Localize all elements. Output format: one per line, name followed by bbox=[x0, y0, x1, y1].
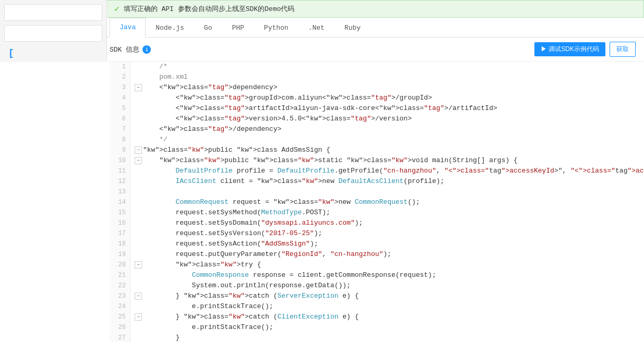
code-text: /* bbox=[143, 62, 168, 72]
line-number-27: 27 bbox=[110, 333, 130, 342]
code-line: CommonResponse response = client.getComm… bbox=[135, 270, 644, 280]
line-number-3: 3 bbox=[110, 82, 130, 93]
code-text: request.setSysVersion("2017-05-25"); bbox=[143, 228, 322, 239]
check-icon: ✓ bbox=[114, 4, 120, 14]
sdk-info-left: SDK 信息 i bbox=[110, 45, 151, 54]
code-line: request.putQueryParameter("RegionId", "c… bbox=[135, 249, 644, 260]
code-text: CommonResponse response = client.getComm… bbox=[143, 270, 436, 280]
code-area: 1234567891011121314151617181920212223242… bbox=[0, 61, 644, 342]
code-text: DefaultProfile profile = DefaultProfile.… bbox=[143, 166, 644, 176]
code-line: request.setSysMethod(MethodType.POST); bbox=[135, 207, 644, 218]
line-number-24: 24 bbox=[110, 301, 130, 312]
code-text: <"kw">class="tag">version>4.5.0<"kw">cla… bbox=[143, 114, 412, 124]
tab-go[interactable]: Go bbox=[194, 18, 222, 37]
fold-button[interactable]: − bbox=[135, 313, 142, 321]
fold-button[interactable]: − bbox=[135, 146, 142, 154]
code-line: request.setSysDomain("dysmsapi.aliyuncs.… bbox=[135, 218, 644, 228]
line-number-10: 10 bbox=[110, 155, 130, 166]
code-line: request.setSysVersion("2017-05-25"); bbox=[135, 228, 644, 239]
tab-ruby[interactable]: Ruby bbox=[335, 18, 371, 37]
line-number-22: 22 bbox=[110, 280, 130, 291]
line-number-6: 6 bbox=[110, 114, 130, 124]
line-number-9: 9 bbox=[110, 145, 130, 155]
code-line: − <"kw">class="tag">dependency> bbox=[135, 82, 644, 93]
line-number-26: 26 bbox=[110, 322, 130, 333]
line-number-5: 5 bbox=[110, 103, 130, 114]
sdk-action-btns: ▶ 调试SDK示例代码 获取 bbox=[534, 42, 636, 57]
line-number-8: 8 bbox=[110, 135, 130, 145]
line-number-18: 18 bbox=[110, 239, 130, 249]
code-text: pom.xml bbox=[143, 72, 188, 82]
fold-button[interactable]: − bbox=[135, 84, 142, 91]
code-line: CommonRequest request = "kw">class="kw">… bbox=[135, 197, 644, 207]
line-number-14: 14 bbox=[110, 197, 130, 207]
tab-java[interactable]: Java bbox=[110, 18, 146, 38]
code-line: */ bbox=[135, 135, 644, 145]
code-line bbox=[135, 187, 644, 197]
code-line: IAcsClient client = "kw">class="kw">new … bbox=[135, 176, 644, 187]
line-number-21: 21 bbox=[110, 270, 130, 280]
code-text: request.setSysDomain("dysmsapi.aliyuncs.… bbox=[143, 218, 363, 228]
code-line: <"kw">class="tag">version>4.5.0<"kw">cla… bbox=[135, 114, 644, 124]
code-line: /* bbox=[135, 62, 644, 72]
fold-button[interactable]: − bbox=[135, 157, 142, 164]
code-text: "kw">class="kw">try { bbox=[143, 260, 261, 270]
line-number-20: 20 bbox=[110, 260, 130, 270]
code-line: − } "kw">class="kw">catch (ClientExcepti… bbox=[135, 312, 644, 322]
code-line: pom.xml bbox=[135, 72, 644, 82]
fold-button[interactable]: − bbox=[135, 292, 142, 300]
code-text: <"kw">class="tag">groupId>com.aliyun<"kw… bbox=[143, 93, 432, 103]
code-text: System.out.println(response.getData()); bbox=[143, 280, 351, 291]
line-numbers: 1234567891011121314151617181920212223242… bbox=[110, 62, 130, 342]
line-number-1: 1 bbox=[110, 62, 130, 72]
code-text: IAcsClient client = "kw">class="kw">new … bbox=[143, 176, 444, 187]
info-icon[interactable]: i bbox=[142, 45, 151, 54]
line-number-23: 23 bbox=[110, 291, 130, 301]
code-text: "kw">class="kw">public "kw">class AddSms… bbox=[143, 145, 330, 155]
tab-net[interactable]: .Net bbox=[299, 18, 335, 37]
code-line: <"kw">class="tag">/dependency> bbox=[135, 124, 644, 135]
code-line: e.printStackTrace(); bbox=[135, 301, 644, 312]
tab-php[interactable]: PHP bbox=[222, 18, 254, 37]
code-text: CommonRequest request = "kw">class="kw">… bbox=[143, 197, 420, 207]
code-text: } "kw">class="kw">catch (ServerException… bbox=[143, 291, 359, 301]
code-text: e.printStackTrace(); bbox=[143, 301, 273, 312]
code-line: request.setSysAction("AddSmsSign"); bbox=[135, 239, 644, 249]
code-line: <"kw">class="tag">groupId>com.aliyun<"kw… bbox=[135, 93, 644, 103]
get-btn[interactable]: 获取 bbox=[610, 42, 636, 57]
line-number-15: 15 bbox=[110, 207, 130, 218]
code-text: e.printStackTrace(); bbox=[143, 322, 273, 333]
banner-text: 填写正确的 API 参数会自动同步上线至SDK的Demo代码 bbox=[124, 4, 295, 14]
sidebar-input-2[interactable] bbox=[4, 25, 102, 42]
code-line: <"kw">class="tag">artifactId>aliyun-java… bbox=[135, 103, 644, 114]
sdk-info-label: SDK 信息 bbox=[110, 45, 139, 54]
sidebar-bracket: [ bbox=[4, 46, 102, 60]
code-text: request.setSysMethod(MethodType.POST); bbox=[143, 207, 330, 218]
code-line: DefaultProfile profile = DefaultProfile.… bbox=[135, 166, 644, 176]
line-number-25: 25 bbox=[110, 312, 130, 322]
fold-button[interactable]: − bbox=[135, 261, 142, 268]
code-line: e.printStackTrace(); bbox=[135, 322, 644, 333]
line-number-19: 19 bbox=[110, 249, 130, 260]
code-text: */ bbox=[143, 135, 168, 145]
code-text: request.setSysAction("AddSmsSign"); bbox=[143, 239, 318, 249]
code-text: <"kw">class="tag">/dependency> bbox=[143, 124, 281, 135]
code-text: } "kw">class="kw">catch (ClientException… bbox=[143, 312, 359, 322]
code-line: − "kw">class="kw">try { bbox=[135, 260, 644, 270]
code-line: − "kw">class="kw">public "kw">class="kw"… bbox=[135, 155, 644, 166]
line-number-4: 4 bbox=[110, 93, 130, 103]
line-number-7: 7 bbox=[110, 124, 130, 135]
debug-btn[interactable]: ▶ 调试SDK示例代码 bbox=[534, 42, 605, 56]
sidebar-input-1[interactable] bbox=[4, 4, 102, 21]
code-line: −"kw">class="kw">public "kw">class AddSm… bbox=[135, 145, 644, 155]
tab-nodejs[interactable]: Node.js bbox=[146, 18, 194, 37]
line-number-16: 16 bbox=[110, 218, 130, 228]
code-text: <"kw">class="tag">dependency> bbox=[143, 82, 277, 93]
code-line: } bbox=[135, 333, 644, 342]
code-content: /* pom.xml− <"kw">class="tag">dependency… bbox=[130, 62, 644, 342]
code-text: "kw">class="kw">public "kw">class="kw">s… bbox=[143, 155, 518, 166]
code-text: request.putQueryParameter("RegionId", "c… bbox=[143, 249, 391, 260]
line-number-13: 13 bbox=[110, 187, 130, 197]
tab-python[interactable]: Python bbox=[254, 18, 299, 37]
code-line: − } "kw">class="kw">catch (ServerExcepti… bbox=[135, 291, 644, 301]
